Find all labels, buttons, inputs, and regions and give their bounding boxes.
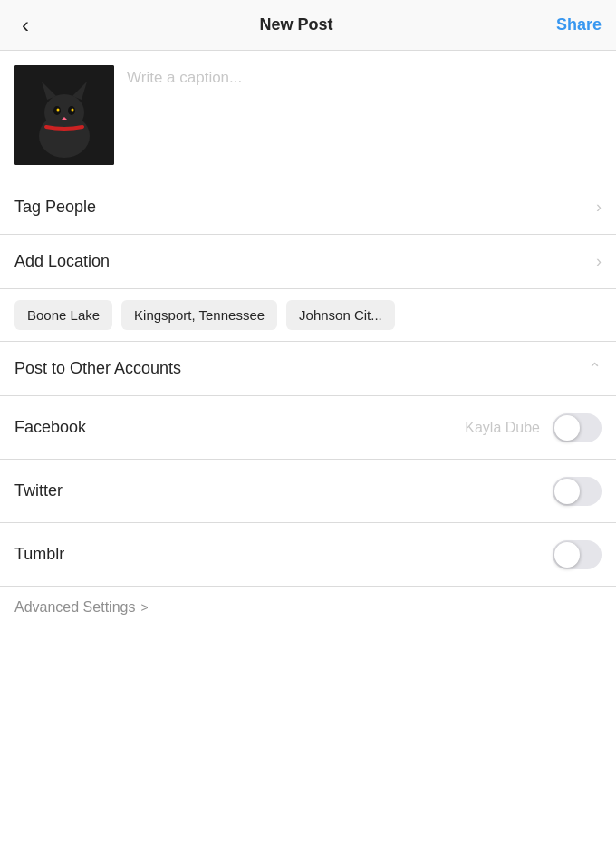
- post-to-other-accounts-label: Post to Other Accounts: [14, 359, 181, 378]
- svg-point-8: [72, 109, 74, 112]
- tag-people-row[interactable]: Tag People ›: [0, 180, 616, 235]
- app-header: ‹ New Post Share: [0, 0, 616, 51]
- advanced-settings-chevron-icon: >: [140, 600, 148, 615]
- page-title: New Post: [259, 15, 332, 34]
- advanced-settings-row[interactable]: Advanced Settings >: [0, 587, 616, 628]
- caption-placeholder: Write a caption...: [127, 69, 242, 87]
- location-chip-0[interactable]: Boone Lake: [14, 300, 112, 330]
- cat-image: [14, 65, 114, 165]
- twitter-label: Twitter: [14, 481, 63, 500]
- caption-area: Write a caption...: [0, 51, 616, 180]
- facebook-row: Facebook Kayla Dube: [0, 396, 616, 460]
- facebook-toggle[interactable]: [553, 413, 602, 442]
- post-to-other-accounts-chevron-icon: ⌃: [588, 359, 602, 379]
- location-chip-2[interactable]: Johnson Cit...: [286, 300, 395, 330]
- add-location-chevron-icon: ›: [596, 252, 602, 271]
- advanced-settings-label: Advanced Settings: [14, 599, 135, 616]
- caption-input[interactable]: Write a caption...: [114, 65, 602, 87]
- tumblr-toggle-knob: [554, 542, 580, 568]
- back-button[interactable]: ‹: [14, 5, 36, 45]
- post-to-other-accounts-row[interactable]: Post to Other Accounts ⌃: [0, 342, 616, 396]
- facebook-toggle-knob: [554, 415, 580, 441]
- location-suggestions: Boone Lake Kingsport, Tennessee Johnson …: [0, 289, 616, 342]
- share-button[interactable]: Share: [556, 15, 602, 34]
- tag-people-label: Tag People: [14, 198, 96, 217]
- twitter-toggle-right: [540, 477, 602, 506]
- location-chip-1[interactable]: Kingsport, Tennessee: [121, 300, 277, 330]
- post-thumbnail: [14, 65, 114, 165]
- facebook-label: Facebook: [14, 418, 86, 437]
- tumblr-label: Tumblr: [14, 545, 64, 564]
- twitter-row: Twitter: [0, 460, 616, 523]
- facebook-account-name: Kayla Dube: [465, 420, 540, 436]
- add-location-label: Add Location: [14, 252, 110, 271]
- tag-people-chevron-icon: ›: [596, 198, 602, 217]
- tumblr-toggle-right: [540, 540, 602, 569]
- svg-point-7: [57, 109, 60, 112]
- tumblr-row: Tumblr: [0, 523, 616, 587]
- twitter-toggle[interactable]: [553, 477, 602, 506]
- twitter-toggle-knob: [554, 479, 580, 504]
- facebook-toggle-right: Kayla Dube: [465, 413, 602, 442]
- svg-point-2: [44, 94, 84, 131]
- add-location-row[interactable]: Add Location ›: [0, 235, 616, 289]
- tumblr-toggle[interactable]: [553, 540, 602, 569]
